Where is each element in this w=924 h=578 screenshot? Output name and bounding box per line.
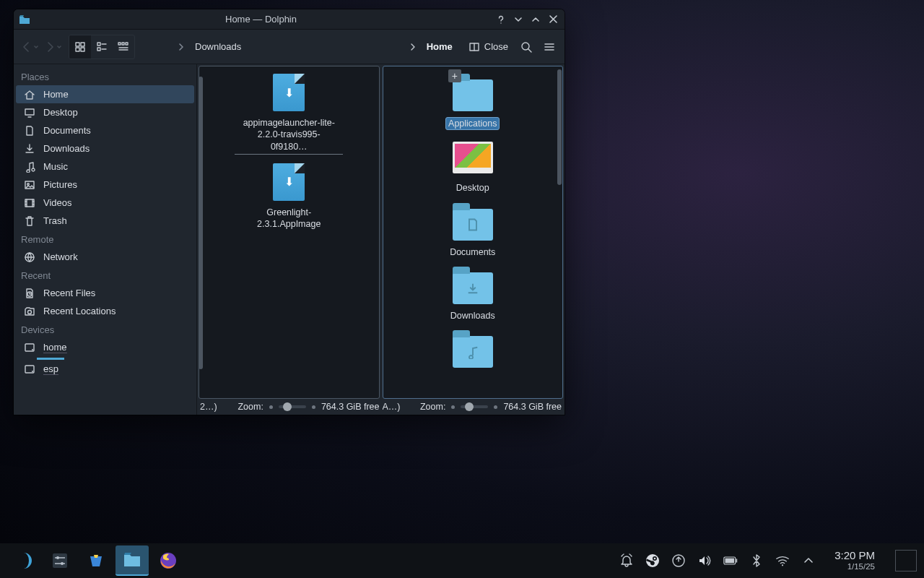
sidebar-item-desktop[interactable]: Desktop — [16, 103, 194, 121]
svg-rect-33 — [725, 558, 735, 564]
free-space-label: 764.3 GiB free — [503, 402, 562, 412]
chevron-right-icon — [409, 43, 417, 51]
videos-icon — [23, 197, 36, 210]
sidebar-scrollbar[interactable] — [199, 77, 203, 369]
sidebar-item-recent-locations[interactable]: Recent Locations — [16, 302, 194, 320]
task-discover[interactable] — [79, 545, 113, 576]
close-split-button[interactable]: Close — [463, 35, 514, 59]
maximize-button[interactable] — [528, 12, 543, 27]
downloads-icon — [23, 142, 36, 155]
emblem-add-icon: + — [448, 69, 461, 82]
zoom-label: Zoom: — [237, 402, 263, 412]
back-button[interactable] — [18, 35, 40, 59]
sidebar-item-music[interactable]: Music — [16, 158, 194, 176]
breadcrumb-home[interactable]: Home — [421, 41, 458, 52]
svg-rect-23 — [53, 553, 67, 568]
wifi-icon[interactable] — [775, 553, 790, 568]
svg-point-20 — [32, 349, 33, 350]
svg-point-26 — [160, 553, 176, 569]
toolbar: Downloads Home Close — [14, 30, 565, 64]
close-button[interactable] — [546, 12, 560, 27]
zoom-label: Zoom: — [420, 402, 445, 412]
recent-heading: Recent — [14, 266, 196, 284]
sidebar-item-home[interactable]: Home — [16, 85, 194, 103]
remote-heading: Remote — [14, 230, 196, 248]
sidebar-item-network[interactable]: Network — [16, 248, 194, 266]
folder-icon — [453, 336, 493, 368]
sidebar-item-pictures[interactable]: Pictures — [16, 176, 194, 194]
zoom-slider[interactable] — [461, 405, 488, 408]
svg-point-18 — [28, 310, 32, 314]
compact-view-button[interactable] — [91, 35, 113, 59]
steam-icon[interactable] — [645, 553, 660, 568]
svg-rect-12 — [25, 109, 34, 115]
search-button[interactable] — [515, 35, 537, 59]
sidebar-item-documents[interactable]: Documents — [16, 121, 194, 139]
recent-locations-icon — [23, 305, 36, 318]
updates-icon[interactable] — [671, 553, 686, 568]
places-panel: Places Home Desktop Documents Downloads … — [14, 64, 197, 415]
svg-point-34 — [782, 564, 783, 566]
folder-item[interactable]: Downloads — [411, 265, 534, 322]
svg-rect-4 — [97, 43, 100, 46]
titlebar[interactable]: Home — Dolphin — [14, 9, 565, 30]
file-item[interactable]: ⬇︎ appimagelauncher-lite-2.2.0-travis995… — [227, 72, 350, 155]
sidebar-item-videos[interactable]: Videos — [16, 194, 194, 212]
task-settings[interactable] — [43, 545, 77, 576]
appimage-file-icon: ⬇︎ — [273, 163, 305, 201]
folder-icon: + — [453, 79, 493, 111]
bluetooth-icon[interactable] — [749, 553, 764, 568]
task-dolphin[interactable] — [116, 545, 149, 576]
task-firefox[interactable] — [152, 545, 185, 576]
icons-view-button[interactable] — [69, 35, 91, 59]
drive-icon — [23, 363, 36, 376]
folder-item[interactable]: Desktop — [411, 137, 534, 194]
pane-scrollbar[interactable] — [557, 69, 562, 185]
sidebar-item-trash[interactable]: Trash — [16, 212, 194, 230]
places-heading: Places — [14, 67, 196, 85]
pane-downloads[interactable]: ⬇︎ appimagelauncher-lite-2.2.0-travis995… — [199, 66, 380, 399]
sidebar-item-recent-files[interactable]: Recent Files — [16, 284, 194, 302]
svg-point-11 — [522, 43, 529, 50]
file-item[interactable]: ⬇︎ Greenlight-2.3.1.AppImage — [227, 162, 350, 230]
folder-item[interactable] — [411, 329, 534, 374]
drive-icon — [23, 341, 36, 354]
folder-icon — [453, 272, 493, 304]
recent-files-icon — [23, 287, 36, 300]
sidebar-item-downloads[interactable]: Downloads — [16, 139, 194, 158]
devices-heading: Devices — [14, 320, 196, 338]
pictures-icon — [23, 178, 36, 191]
pane-home[interactable]: + Applications Desktop Documents — [383, 66, 564, 399]
details-view-button[interactable] — [113, 35, 134, 59]
tray-expand-icon[interactable] — [801, 553, 816, 568]
svg-rect-0 — [76, 43, 79, 46]
folder-item[interactable]: Documents — [411, 202, 534, 258]
svg-rect-2 — [76, 48, 79, 51]
chevron-right-icon — [178, 43, 185, 51]
status-right-info: A…) — [383, 402, 401, 412]
start-menu-button[interactable] — [7, 545, 40, 576]
show-desktop-button[interactable] — [895, 550, 917, 571]
app-folder-icon — [18, 13, 31, 26]
help-button[interactable] — [494, 12, 508, 27]
sidebar-item-drive-home[interactable]: home — [16, 338, 194, 356]
folder-item[interactable]: + Applications — [411, 72, 534, 130]
svg-rect-7 — [122, 43, 124, 45]
hamburger-menu-button[interactable] — [539, 35, 560, 59]
dolphin-window: Home — Dolphin Downloads Home — [14, 9, 565, 415]
minimize-button[interactable] — [511, 12, 526, 27]
desktop-folder-icon — [453, 142, 493, 173]
svg-rect-8 — [126, 43, 128, 45]
breadcrumb-downloads[interactable]: Downloads — [189, 41, 247, 52]
volume-icon[interactable] — [697, 553, 712, 568]
clock-date: 1/15/25 — [834, 562, 875, 572]
notifications-icon[interactable] — [619, 553, 634, 568]
sidebar-item-drive-esp[interactable]: esp — [16, 360, 194, 378]
clock[interactable]: 3:20 PM 1/15/25 — [834, 549, 875, 572]
battery-icon[interactable] — [723, 553, 738, 568]
svg-rect-6 — [118, 43, 121, 45]
zoom-slider[interactable] — [279, 405, 306, 408]
system-tray: 3:20 PM 1/15/25 — [619, 549, 917, 572]
appimage-file-icon: ⬇︎ — [273, 74, 305, 111]
forward-button[interactable] — [41, 35, 63, 59]
